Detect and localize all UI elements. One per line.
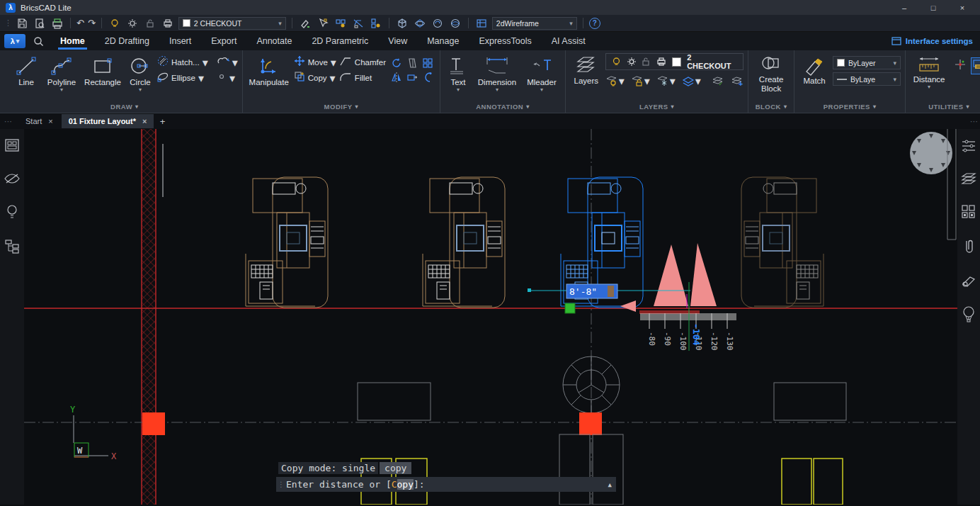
command-input[interactable]: ⋮ Enter distance or [Copy]: ▲	[276, 477, 616, 492]
chevron-down-icon[interactable]: ▾	[695, 74, 701, 88]
tab-ai-assist[interactable]: AI Assist	[542, 32, 595, 50]
column-marker-center[interactable]	[579, 412, 602, 435]
text-button[interactable]: Text▾	[445, 53, 472, 93]
layer-sun-icon[interactable]	[125, 16, 139, 30]
tab-2d-parametric[interactable]: 2D Parametric	[302, 32, 377, 50]
new-tab-button[interactable]: +	[155, 116, 169, 127]
print-icon[interactable]	[50, 16, 64, 30]
layer-lock-icon[interactable]	[143, 16, 157, 30]
layer-freeze-button[interactable]: ▾	[656, 74, 676, 88]
panel-caption-utilities[interactable]: UTILITIES▾	[910, 101, 980, 113]
hide-objects-icon[interactable]	[351, 16, 365, 30]
quick-calc-icon[interactable]	[971, 57, 980, 74]
panel-caption-layers[interactable]: LAYERS▾	[570, 101, 743, 113]
pink-triangle-2[interactable]	[690, 243, 717, 306]
revcloud-icon[interactable]	[217, 56, 229, 69]
new-layer-button[interactable]: +	[731, 76, 743, 86]
preview-icon[interactable]	[33, 16, 47, 30]
tab-export[interactable]: Export	[202, 32, 246, 50]
search-icon[interactable]	[31, 35, 45, 48]
layer-isolate-button[interactable]: ▾	[682, 74, 701, 88]
save-icon[interactable]	[15, 16, 29, 30]
match-properties-button[interactable]: Match	[799, 53, 830, 85]
tab-home[interactable]: Home	[51, 32, 94, 50]
dynamic-input-box[interactable]: 8'-8"	[566, 284, 617, 298]
stretch-icon[interactable]	[406, 72, 418, 86]
close-icon[interactable]: ×	[48, 117, 52, 125]
rectangle-button[interactable]: Rectangle	[82, 53, 123, 93]
layer-select[interactable]: 2 CHECKOUT ▾	[178, 17, 286, 30]
match-props-icon[interactable]	[298, 16, 312, 30]
create-block-button[interactable]: Create Block	[753, 53, 790, 93]
maximize-button[interactable]: □	[921, 4, 945, 12]
bulb-on-icon[interactable]	[612, 57, 621, 67]
chevron-down-icon[interactable]: ▾	[670, 74, 676, 88]
doc-tab-fixture-layout[interactable]: 01 Fixture Layout* ×	[62, 114, 154, 128]
rotate-icon[interactable]	[391, 57, 402, 72]
mirror-icon[interactable]	[391, 72, 402, 86]
fillet-icon[interactable]	[339, 71, 352, 85]
command-expand-icon[interactable]: ▲	[608, 481, 612, 488]
tab-2d-drafting[interactable]: 2D Drafting	[96, 32, 159, 50]
selection-tools-icon[interactable]	[316, 16, 330, 30]
hide-eye-icon[interactable]	[4, 172, 21, 189]
array-icon[interactable]	[422, 57, 433, 72]
isolate-objects-icon[interactable]	[334, 16, 348, 30]
tips-bulb-icon[interactable]	[5, 204, 19, 223]
dimension-button[interactable]: Dimension▾	[474, 53, 520, 93]
structure-tree-icon[interactable]	[4, 238, 20, 257]
layer-print-icon[interactable]	[161, 16, 175, 30]
close-button[interactable]: ×	[950, 4, 974, 12]
command-option-rest[interactable]: opy	[397, 479, 414, 490]
current-layer-box[interactable]: 2 CHECKOUT	[605, 53, 743, 70]
circle-button[interactable]: Circle▾	[126, 53, 154, 93]
hatch-icon[interactable]	[157, 55, 169, 69]
checkout-fixture-2[interactable]	[423, 177, 505, 308]
layer-lock-button[interactable]: ▾	[631, 74, 650, 88]
panels-icon[interactable]	[4, 137, 20, 156]
help-icon[interactable]: ?	[589, 18, 600, 29]
pink-triangle-1[interactable]	[654, 244, 688, 306]
visual-style-icon[interactable]	[474, 16, 489, 30]
attachments-icon[interactable]	[962, 238, 975, 258]
view-cube-icon[interactable]	[395, 16, 409, 30]
checkout-fixture-1[interactable]	[246, 177, 328, 308]
toolbar-grip[interactable]: ⋮	[4, 18, 11, 28]
chevron-down-icon[interactable]: ▾	[330, 72, 336, 85]
chevron-down-icon[interactable]: ▾	[644, 74, 650, 88]
mleader-button[interactable]: Mleader▾	[523, 53, 561, 93]
point-icon[interactable]	[217, 72, 227, 84]
unisolate-icon[interactable]	[369, 16, 383, 30]
layer-off-button[interactable]: ▾	[605, 74, 625, 88]
chamfer-icon[interactable]	[339, 55, 352, 69]
chevron-down-icon[interactable]: ▾	[232, 56, 238, 69]
visual-style-select[interactable]: 2dWireframe ▾	[492, 17, 577, 30]
chevron-down-icon[interactable]: ▾	[203, 56, 208, 69]
command-grip[interactable]: ⋮	[278, 480, 283, 488]
command-option-key[interactable]: C	[392, 479, 397, 490]
panel-caption-block[interactable]: BLOCK▾	[753, 101, 790, 113]
panel-caption-modify[interactable]: MODIFY▾	[247, 101, 435, 113]
undo-icon[interactable]: ↶	[76, 18, 84, 28]
close-icon[interactable]: ×	[142, 117, 147, 125]
column-circle-symbol[interactable]	[563, 356, 620, 413]
erase-icon[interactable]	[406, 57, 418, 72]
linetype-select[interactable]: ByLaye ▾	[833, 72, 901, 86]
look-from-icon[interactable]	[431, 16, 445, 30]
orbit-icon[interactable]	[413, 16, 427, 30]
round-column-plan[interactable]	[910, 129, 956, 240]
tab-annotate[interactable]: Annotate	[247, 32, 301, 50]
printer-icon[interactable]	[656, 57, 666, 67]
column-marker-left[interactable]	[142, 412, 165, 435]
panel-caption-properties[interactable]: PROPERTIES▾	[799, 101, 901, 113]
doc-tab-start[interactable]: Start ×	[18, 114, 60, 128]
tab-insert[interactable]: Insert	[160, 32, 200, 50]
tabbar-overflow[interactable]: ⋯	[970, 117, 977, 126]
tab-view[interactable]: View	[379, 32, 416, 50]
interface-settings-button[interactable]: Interface settings	[891, 37, 976, 45]
line-button[interactable]: Line	[11, 53, 41, 93]
ellipse-icon[interactable]	[157, 71, 169, 85]
move-icon[interactable]	[294, 55, 305, 69]
selection-grip[interactable]	[565, 303, 575, 313]
wall-hatch-strip[interactable]	[142, 129, 156, 505]
